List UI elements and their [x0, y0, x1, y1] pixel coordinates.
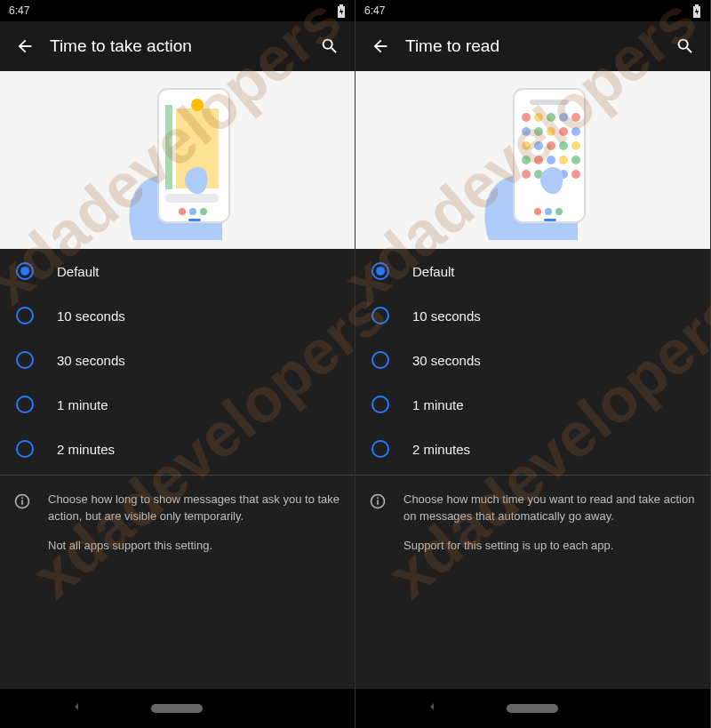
app-bar: Time to read — [356, 21, 710, 71]
svg-point-19 — [522, 127, 531, 136]
svg-point-40 — [545, 208, 552, 215]
svg-point-24 — [522, 141, 531, 150]
svg-point-5 — [179, 208, 186, 215]
svg-point-26 — [547, 141, 555, 150]
nav-home-button[interactable] — [507, 704, 558, 713]
svg-rect-44 — [377, 500, 379, 505]
illustration-read — [356, 71, 710, 249]
nav-bar — [0, 689, 355, 728]
option-30s[interactable]: 30 seconds — [0, 338, 355, 382]
svg-point-33 — [571, 156, 580, 164]
option-1min[interactable]: 1 minute — [0, 382, 355, 427]
option-label: 10 seconds — [412, 308, 481, 324]
pane-right: xdadevelopers xdadevelopers 6:47 Time to… — [356, 0, 711, 728]
svg-point-16 — [547, 113, 555, 122]
options-list: Default 10 seconds 30 seconds 1 minute 2… — [356, 249, 710, 689]
back-button[interactable] — [363, 28, 398, 64]
info-icon — [14, 492, 30, 555]
svg-rect-1 — [165, 105, 172, 189]
svg-point-6 — [189, 208, 196, 215]
divider — [356, 475, 710, 476]
option-label: 1 minute — [412, 397, 464, 412]
svg-point-17 — [559, 113, 568, 122]
nav-home-button[interactable] — [151, 704, 203, 713]
option-label: Default — [57, 264, 100, 279]
svg-point-22 — [559, 127, 568, 136]
info-text: Choose how long to show messages that as… — [48, 492, 340, 525]
battery-icon — [337, 4, 346, 18]
svg-point-25 — [534, 141, 543, 150]
nav-back-button[interactable] — [425, 700, 439, 717]
page-title: Time to read — [405, 36, 667, 56]
svg-point-14 — [522, 113, 531, 122]
status-bar: 6:47 — [0, 0, 355, 21]
option-default[interactable]: Default — [0, 249, 355, 293]
svg-rect-42 — [544, 219, 556, 221]
svg-point-15 — [534, 113, 543, 122]
nav-bar — [356, 689, 710, 728]
option-label: 30 seconds — [57, 353, 125, 368]
option-10s[interactable]: 10 seconds — [356, 293, 710, 338]
svg-point-32 — [559, 156, 568, 164]
battery-icon — [692, 4, 701, 18]
info-icon — [370, 492, 386, 555]
svg-point-45 — [377, 497, 379, 499]
option-1min[interactable]: 1 minute — [356, 382, 710, 427]
status-bar: 6:47 — [356, 0, 710, 21]
search-button[interactable] — [312, 28, 348, 64]
illustration-action — [0, 71, 355, 249]
option-default[interactable]: Default — [356, 249, 710, 293]
svg-rect-4 — [165, 194, 219, 203]
info-text: Not all apps support this setting. — [48, 538, 340, 555]
nav-back-button[interactable] — [69, 700, 84, 717]
search-button[interactable] — [667, 28, 703, 64]
svg-point-11 — [21, 497, 23, 499]
svg-point-38 — [571, 170, 580, 179]
svg-point-28 — [571, 141, 580, 150]
svg-point-27 — [559, 141, 568, 150]
options-list: Default 10 seconds 30 seconds 1 minute 2… — [0, 249, 355, 689]
page-title: Time to take action — [50, 36, 312, 56]
radio-icon — [16, 351, 34, 369]
back-button[interactable] — [7, 28, 43, 64]
option-10s[interactable]: 10 seconds — [0, 293, 355, 338]
info-text: Support for this setting is up to each a… — [403, 538, 696, 555]
svg-point-31 — [547, 156, 555, 164]
svg-point-29 — [522, 156, 531, 164]
svg-point-21 — [547, 127, 555, 136]
svg-point-34 — [522, 170, 531, 179]
svg-point-7 — [200, 208, 207, 215]
svg-rect-13 — [530, 100, 569, 105]
radio-icon — [371, 262, 389, 280]
option-label: 10 seconds — [57, 308, 125, 324]
info-text: Choose how much time you want to read an… — [403, 492, 696, 525]
divider — [0, 475, 355, 476]
svg-rect-8 — [188, 219, 201, 221]
option-label: 30 seconds — [412, 353, 481, 368]
option-label: Default — [412, 264, 455, 279]
option-label: 2 minutes — [412, 442, 470, 457]
svg-point-20 — [534, 127, 543, 136]
radio-icon — [16, 440, 34, 458]
option-2min[interactable]: 2 minutes — [0, 427, 355, 471]
radio-icon — [16, 396, 34, 413]
radio-icon — [371, 396, 389, 413]
status-time: 6:47 — [9, 4, 29, 17]
info-block: Choose how much time you want to read an… — [356, 479, 710, 567]
info-block: Choose how long to show messages that as… — [0, 479, 355, 567]
option-label: 1 minute — [57, 397, 108, 412]
option-2min[interactable]: 2 minutes — [356, 427, 710, 471]
svg-point-18 — [571, 113, 580, 122]
radio-icon — [371, 351, 389, 369]
app-bar: Time to take action — [0, 21, 355, 71]
option-label: 2 minutes — [57, 442, 115, 457]
svg-point-23 — [571, 127, 580, 136]
status-time: 6:47 — [364, 4, 385, 17]
pane-left: xdadevelopers xdadevelopers 6:47 Time to… — [0, 0, 356, 728]
svg-point-41 — [555, 208, 563, 215]
option-30s[interactable]: 30 seconds — [356, 338, 710, 382]
radio-icon — [16, 307, 34, 324]
radio-icon — [371, 440, 389, 458]
svg-point-3 — [191, 99, 204, 111]
svg-rect-10 — [21, 500, 23, 505]
